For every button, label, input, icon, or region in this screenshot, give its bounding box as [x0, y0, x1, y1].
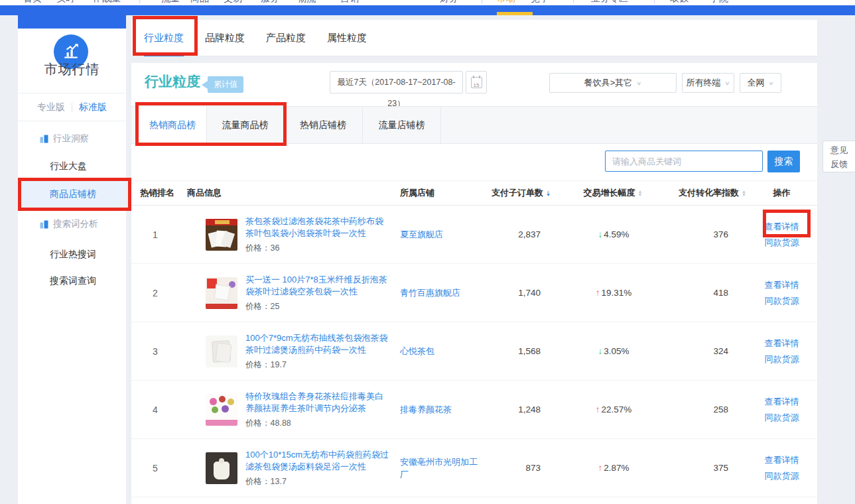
shop-link[interactable]: 心悦茶包: [398, 345, 488, 357]
header-action: 操作: [746, 187, 817, 199]
product-title-link[interactable]: 100个7*9cm无纺布抽线茶包袋泡茶袋茶叶过滤煲汤煎药中药袋一次性: [245, 332, 391, 356]
view-details-link[interactable]: 查看详情: [765, 338, 799, 349]
feedback-button[interactable]: 意见 反馈: [822, 141, 855, 172]
top-nav-item[interactable]: 交易: [224, 0, 242, 5]
top-nav-item[interactable]: 流量: [161, 0, 180, 5]
top-nav-item[interactable]: 学院: [710, 0, 728, 5]
feedback-line2: 反馈: [823, 157, 855, 171]
divider: [18, 93, 126, 94]
header-transaction-growth[interactable]: 交易增长幅度 ▲▼: [551, 187, 657, 199]
shop-link[interactable]: 排毒养颜花茶: [398, 403, 488, 416]
calendar-button[interactable]: 15: [466, 71, 487, 94]
same-supply-link[interactable]: 同款货源: [765, 470, 799, 482]
rank-tab[interactable]: 流量店铺榜: [363, 107, 441, 144]
sidebar-group-search-analysis: 搜索词分析: [40, 218, 98, 231]
product-image[interactable]: [206, 394, 237, 426]
conversion-index-value: 418: [657, 288, 746, 298]
top-nav-item[interactable]: 市场: [497, 0, 515, 5]
top-nav-item[interactable]: 业务专区: [591, 0, 628, 5]
view-details-link[interactable]: 查看详情: [765, 454, 799, 466]
top-nav-item[interactable]: 取数: [670, 0, 689, 5]
scope-dropdown[interactable]: 全网 ∨: [740, 73, 781, 93]
product-image[interactable]: [206, 336, 237, 367]
rank-tab[interactable]: 热销店铺榜: [284, 107, 363, 144]
sort-icon[interactable]: ▲▼: [546, 190, 551, 196]
top-nav-item[interactable]: |: [481, 0, 483, 3]
active-nav-underline: [497, 12, 533, 15]
same-supply-link[interactable]: 同款货源: [765, 353, 799, 365]
top-nav-item[interactable]: |: [139, 0, 141, 3]
table-row: 2 买一送一 100片7*8玉米纤维反折泡茶袋茶叶过滤袋空茶包袋一次性 价格：2…: [131, 264, 817, 322]
keyword-search-input[interactable]: [605, 151, 763, 172]
top-nav-item[interactable]: 竞争: [531, 0, 549, 5]
top-nav-item[interactable]: 实时: [56, 0, 75, 5]
view-details-link[interactable]: 查看详情: [765, 396, 799, 408]
same-supply-link[interactable]: 同款货源: [765, 237, 799, 249]
product-price: 价格：19.7: [245, 359, 391, 371]
top-nav-item[interactable]: |: [572, 0, 574, 3]
sidebar: 市场行情 专业版 标准版 行业洞察 行业大盘 商品店铺榜 搜索词分析 行业热搜词: [18, 29, 126, 504]
product-title-link[interactable]: 特价玫瑰组合养身花茶祛痘排毒美白养颜祛斑养生茶叶调节内分泌茶: [245, 391, 391, 414]
growth-cell: ↑19.31%: [551, 288, 657, 298]
top-nav-item[interactable]: 财务: [440, 0, 458, 5]
product-text: 特价玫瑰组合养身花茶祛痘排毒美白养颜祛斑养生茶叶调节内分泌茶 价格：48.88: [245, 391, 391, 429]
product-cell: 100个7*9cm无纺布抽线茶包袋泡茶袋茶叶过滤煲汤煎药中药袋一次性 价格：19…: [179, 332, 398, 371]
top-nav-item[interactable]: 物流: [297, 0, 316, 5]
top-nav-item[interactable]: 营销: [340, 0, 359, 5]
product-image[interactable]: [206, 452, 237, 484]
top-nav-item[interactable]: 服务: [261, 0, 279, 5]
product-price: 价格：36: [245, 243, 391, 254]
product-price: 价格：25: [245, 301, 391, 312]
same-supply-link[interactable]: 同款货源: [765, 412, 799, 424]
product-text: 买一送一 100片7*8玉米纤维反折泡茶袋茶叶过滤袋空茶包袋一次性 价格：25: [245, 274, 391, 312]
header-paid-suborders[interactable]: 支付子订单数 ▲▼: [488, 187, 551, 199]
view-details-link[interactable]: 查看详情: [765, 221, 799, 233]
terminal-dropdown[interactable]: 所有终端 ∨: [682, 73, 734, 93]
product-cell: 茶包茶袋过滤泡茶袋花茶中药纱布袋茶叶包装袋小泡袋茶叶袋一次性 价格：36: [179, 216, 398, 254]
product-text: 100个7*9cm无纺布抽线茶包袋泡茶袋茶叶过滤煲汤煎药中药袋一次性 价格：19…: [245, 332, 391, 371]
granularity-tab[interactable]: 行业粒度: [144, 20, 184, 56]
chevron-down-icon: ∨: [768, 80, 773, 86]
shop-link[interactable]: 安徽亳州市光明加工厂: [398, 456, 488, 481]
top-nav-item[interactable]: 首页: [23, 0, 42, 5]
sort-icon[interactable]: ▲▼: [742, 190, 746, 196]
granularity-tab[interactable]: 产品粒度: [266, 20, 306, 56]
rank-tab[interactable]: 流量商品榜: [207, 107, 284, 144]
growth-value: 19.31%: [601, 288, 631, 298]
product-image[interactable]: [206, 277, 237, 309]
view-details-link[interactable]: 查看详情: [765, 279, 799, 291]
action-cell: 查看详情 同款货源: [746, 396, 817, 424]
granularity-tab[interactable]: 品牌粒度: [205, 20, 245, 56]
header-conversion-index[interactable]: 支付转化率指数 ▲▼: [657, 187, 746, 199]
top-nav-item[interactable]: 商品: [190, 0, 209, 5]
growth-value: 2.87%: [604, 463, 629, 473]
product-price: 价格：13.7: [245, 476, 391, 487]
version-pro[interactable]: 专业版: [37, 101, 65, 113]
shop-link[interactable]: 青竹百惠旗舰店: [398, 286, 488, 299]
version-standard[interactable]: 标准版: [79, 101, 107, 113]
sort-icon[interactable]: ▲▼: [638, 190, 643, 196]
rank-tab[interactable]: 热销商品榜: [138, 107, 207, 145]
sidebar-group-industry-insight: 行业洞察: [40, 132, 89, 145]
category-dropdown[interactable]: 餐饮具>其它 ∨: [549, 73, 677, 93]
same-supply-link[interactable]: 同款货源: [765, 295, 799, 307]
app-root: 首页实时作战室|流量商品交易服务物流营销财务|市场竞争|业务专区|取数学院 市场…: [0, 0, 855, 504]
sidebar-item-product-shop-rank[interactable]: 商品店铺榜: [18, 179, 126, 210]
product-title-link[interactable]: 茶包茶袋过滤泡茶袋花茶中药纱布袋茶叶包装袋小泡袋茶叶袋一次性: [245, 216, 391, 239]
top-nav-item[interactable]: |: [653, 0, 655, 3]
sidebar-item-industry-market[interactable]: 行业大盘: [50, 159, 87, 172]
top-nav-item[interactable]: 作战室: [93, 0, 121, 5]
sidebar-item-search-word-query[interactable]: 搜索词查询: [50, 274, 96, 287]
search-button[interactable]: 搜索: [767, 151, 800, 172]
product-image[interactable]: [206, 219, 237, 251]
sidebar-item-hot-search-words[interactable]: 行业热搜词: [50, 247, 96, 261]
granularity-tab[interactable]: 属性粒度: [327, 20, 367, 56]
shop-link[interactable]: 夏至旗舰店: [398, 228, 488, 241]
product-title-link[interactable]: 买一送一 100片7*8玉米纤维反折泡茶袋茶叶过滤袋空茶包袋一次性: [245, 274, 391, 298]
date-range-selector[interactable]: 最近7天（2017-08-17~2017-08-23）: [330, 71, 463, 94]
growth-arrow-icon: ↑: [598, 463, 602, 473]
product-cell: 买一送一 100片7*8玉米纤维反折泡茶袋茶叶过滤袋空茶包袋一次性 价格：25: [179, 274, 398, 312]
product-title-link[interactable]: 100个10*15cm无纺布中药袋煎药袋过滤茶包袋煲汤卤料袋足浴一次性: [245, 449, 391, 473]
header-product-info: 商品信息: [179, 187, 398, 199]
growth-cell: ↑2.87%: [551, 463, 657, 473]
